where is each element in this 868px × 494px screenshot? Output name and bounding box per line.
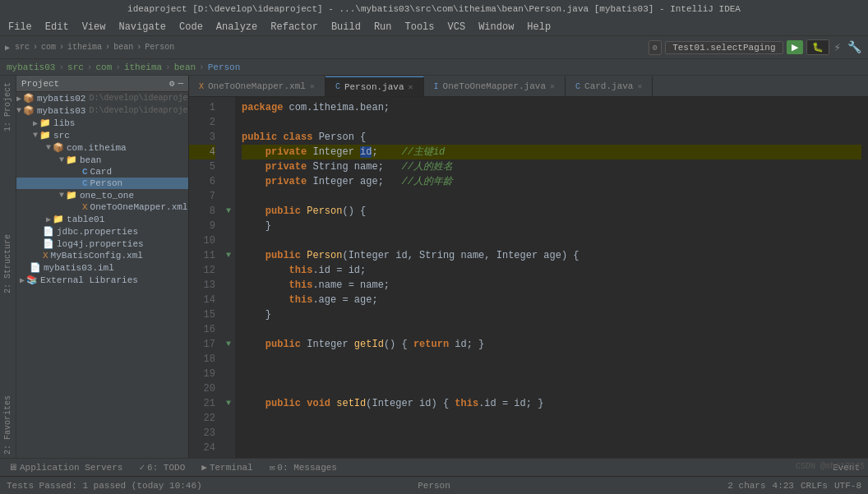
status-right: 2 chars 4:23 CRLFs UTF-8 [727, 481, 861, 491]
props-icon-jdbc: 📄 [43, 226, 54, 237]
tree-item-label-person: Person [90, 178, 123, 188]
tree-item-label-bean: bean [80, 155, 101, 165]
code-gutter: ▼ ▼ ▼ ▼ [222, 97, 235, 458]
tab-close-person[interactable]: ✕ [409, 82, 413, 92]
project-header-label: Project [21, 79, 59, 89]
favorites-panel-toggle[interactable]: 2: Favorites [2, 392, 14, 458]
bc-mybatis03[interactable]: mybatis03 [7, 62, 55, 72]
structure-panel-toggle[interactable]: 2: Structure [2, 231, 14, 297]
menu-file[interactable]: File [3, 21, 37, 34]
java-tab-icon: C [335, 82, 340, 91]
tree-bean[interactable]: ▼ 📁 bean [16, 154, 188, 166]
project-panel-toggle[interactable]: 1: Project [2, 79, 14, 135]
tree-item-label-libs: libs [53, 118, 75, 128]
menu-help[interactable]: Help [522, 21, 556, 34]
code-line-16 [242, 322, 861, 337]
menu-run[interactable]: Run [369, 21, 397, 34]
bc-itheima[interactable]: itheima [124, 62, 162, 72]
menu-build[interactable]: Build [326, 21, 366, 34]
code-line-17: public Integer getId() { return id; } [242, 337, 861, 352]
appservers-label: Application Servers [20, 463, 122, 473]
xml-icon-mybatis: X [43, 251, 48, 261]
fold-11[interactable]: ▼ [222, 248, 235, 263]
java-tab-icon-3: C [575, 82, 580, 91]
module-icon-2: 📦 [23, 105, 35, 116]
fold-17[interactable]: ▼ [222, 337, 235, 352]
tree-item-label-extlibs: External Libraries [40, 275, 138, 285]
tree-log4j-props[interactable]: 📄 log4j.properties [16, 238, 188, 250]
fold-21[interactable]: ▼ [222, 396, 235, 411]
tree-item-label-comitheima: com.itheima [67, 143, 127, 153]
menu-code[interactable]: Code [174, 21, 208, 34]
code-line-19 [242, 367, 861, 381]
xml-icon: X [82, 202, 88, 212]
tree-person[interactable]: C Person [16, 178, 188, 189]
tree-item-label-card: Card [90, 167, 112, 177]
folder-icon-src: 📁 [39, 130, 51, 141]
code-line-18 [242, 352, 861, 367]
bottom-tab-todo[interactable]: ✓ 6: TODO [131, 460, 193, 474]
tab-person-java[interactable]: C Person.java ✕ [326, 76, 424, 96]
menu-view[interactable]: View [77, 21, 111, 34]
tree-one-to-one[interactable]: ▼ 📁 one_to_one [16, 189, 188, 201]
line-numbers: 1 2 3 4 5 6 7 8 9 10 11 12 13 14 15 16 1… [189, 97, 222, 458]
tab-label-card: Card.java [584, 81, 633, 91]
code-area[interactable]: package com.itheima.bean; public class P… [235, 97, 868, 458]
run-button[interactable]: ▶ [787, 40, 803, 54]
bc-person[interactable]: Person [208, 62, 241, 72]
menu-window[interactable]: Window [473, 21, 519, 34]
menu-edit[interactable]: Edit [40, 21, 74, 34]
tree-external-libs[interactable]: ▶ 📚 External Libraries [16, 274, 188, 286]
expand-mybatis03[interactable]: ▼ [16, 106, 21, 115]
tree-mybatis02[interactable]: ▶ 📦 mybatis02 D:\develop\ideaproject\m [16, 92, 188, 104]
tab-close-onetoonemapper[interactable]: ✕ [550, 81, 555, 91]
run-config[interactable]: Test01.selectPaging [665, 41, 783, 54]
editor-tabs: X OneToOneMapper.xml ✕ C Person.java ✕ I… [189, 76, 868, 97]
line-ending: CRLFs [801, 481, 828, 491]
tree-card[interactable]: C Card [16, 166, 188, 178]
expand-mybatis02[interactable]: ▶ [16, 94, 21, 104]
tree-src[interactable]: ▼ 📁 src [16, 129, 188, 141]
tab-close-icon[interactable]: ✕ [310, 81, 315, 91]
bottom-tab-messages[interactable]: ✉ 0: Messages [261, 460, 345, 474]
project-hide-icon[interactable]: — [178, 78, 183, 89]
menu-refactor[interactable]: Refactor [265, 21, 323, 34]
tree-mybatis03[interactable]: ▼ 📦 mybatis03 D:\develop\ideaproject\m [16, 104, 188, 117]
encoding[interactable]: UTF-8 [834, 481, 861, 491]
tab-close-card[interactable]: ✕ [637, 81, 642, 91]
breadcrumb: mybatis03 › src › com › itheima › bean ›… [0, 59, 868, 76]
tab-label: OneToOneMapper.xml [208, 81, 306, 91]
code-line-24 [242, 441, 861, 455]
tree-item-label-src: src [53, 131, 70, 141]
bc-bean[interactable]: bean [174, 62, 196, 72]
title-bar: ideaproject [D:\develop\ideaproject] - .… [0, 0, 868, 18]
tree-com-itheima[interactable]: ▼ 📦 com.itheima [16, 141, 188, 154]
iml-icon: 📄 [30, 262, 41, 273]
tab-card-java[interactable]: C Card.java ✕ [566, 76, 653, 96]
bc-com[interactable]: com [95, 62, 112, 72]
tree-jdbc-props[interactable]: 📄 jdbc.properties [16, 225, 188, 238]
menu-navigate[interactable]: Navigate [113, 21, 171, 34]
tab-onetoonemapper-java[interactable]: I OneToOneMapper.java ✕ [424, 76, 566, 96]
bc-src[interactable]: src [67, 62, 84, 72]
terminal-label: Terminal [210, 463, 253, 473]
debug-button[interactable]: 🐛 [806, 39, 829, 55]
tree-mybatisconfig-xml[interactable]: X MyBatisConfig.xml [16, 250, 188, 261]
project-gear-icon[interactable]: ⚙ [169, 78, 175, 89]
tree-table01[interactable]: ▶ 📁 table01 [16, 213, 188, 225]
bottom-tab-appservers[interactable]: 🖥 Application Servers [0, 460, 131, 474]
tab-onetoonemapper-xml[interactable]: X OneToOneMapper.xml ✕ [189, 76, 326, 96]
menu-bar: File Edit View Navigate Code Analyze Ref… [0, 18, 868, 36]
tree-mybatis03-iml[interactable]: 📄 mybatis03.iml [16, 261, 188, 274]
code-line-25: public String getName() { return name; } [242, 455, 861, 458]
tree-onetoonemapper-xml[interactable]: X OneToOneMapper.xml [16, 201, 188, 213]
code-line-3: public class Person { [242, 130, 861, 145]
tree-libs[interactable]: ▶ 📁 libs [16, 117, 188, 129]
bottom-tab-terminal[interactable]: ▶ Terminal [193, 460, 261, 474]
menu-vcs[interactable]: VCS [443, 21, 471, 34]
tree-item-label-xmlfile: OneToOneMapper.xml [90, 202, 188, 212]
menu-analyze[interactable]: Analyze [211, 21, 262, 34]
menu-tools[interactable]: Tools [400, 21, 440, 34]
fold-8[interactable]: ▼ [222, 204, 235, 219]
code-line-7 [242, 189, 861, 204]
